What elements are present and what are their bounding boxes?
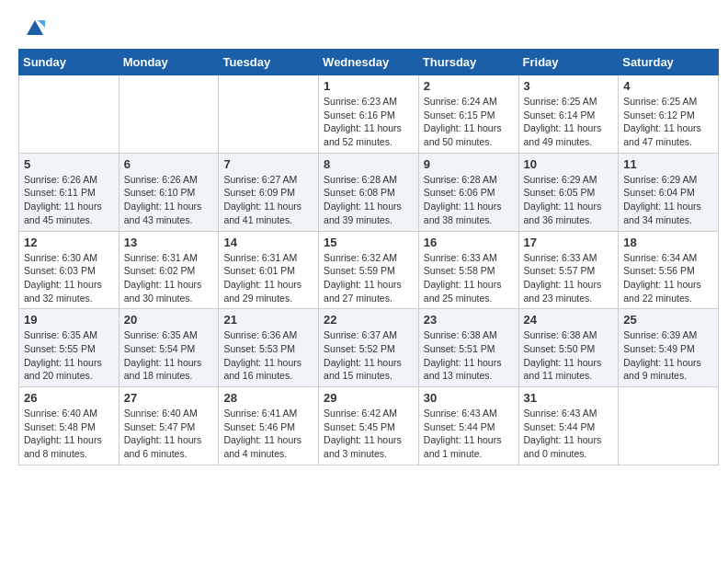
calendar-cell: 14Sunrise: 6:31 AM Sunset: 6:01 PM Dayli… [219,231,319,309]
calendar-cell [119,75,219,154]
day-number: 23 [424,313,514,327]
day-number: 24 [524,313,614,327]
calendar-cell [219,75,319,154]
day-number: 19 [24,313,114,327]
calendar-cell: 21Sunrise: 6:36 AM Sunset: 5:53 PM Dayli… [219,309,319,387]
calendar-week-2: 5Sunrise: 6:26 AM Sunset: 6:11 PM Daylig… [19,153,719,231]
calendar-cell: 19Sunrise: 6:35 AM Sunset: 5:55 PM Dayli… [19,309,119,387]
day-number: 30 [424,391,514,405]
day-number: 1 [324,79,414,93]
page-header [9,9,719,49]
day-info: Sunrise: 6:43 AM Sunset: 5:44 PM Dayligh… [424,407,514,461]
calendar-cell: 9Sunrise: 6:28 AM Sunset: 6:06 PM Daylig… [418,153,518,231]
calendar-cell: 26Sunrise: 6:40 AM Sunset: 5:48 PM Dayli… [19,387,119,465]
day-info: Sunrise: 6:40 AM Sunset: 5:47 PM Dayligh… [124,407,214,461]
day-info: Sunrise: 6:31 AM Sunset: 6:01 PM Dayligh… [223,251,313,305]
calendar-cell: 6Sunrise: 6:26 AM Sunset: 6:10 PM Daylig… [119,153,219,231]
logo [23,18,45,44]
calendar-body: 1Sunrise: 6:23 AM Sunset: 6:16 PM Daylig… [19,75,719,465]
day-info: Sunrise: 6:28 AM Sunset: 6:06 PM Dayligh… [424,173,514,227]
calendar-cell: 22Sunrise: 6:37 AM Sunset: 5:52 PM Dayli… [319,309,419,387]
day-info: Sunrise: 6:35 AM Sunset: 5:55 PM Dayligh… [24,328,114,383]
calendar-cell: 4Sunrise: 6:25 AM Sunset: 6:12 PM Daylig… [619,75,719,154]
day-info: Sunrise: 6:35 AM Sunset: 5:54 PM Dayligh… [124,328,214,383]
day-info: Sunrise: 6:37 AM Sunset: 5:52 PM Dayligh… [324,328,414,383]
day-number: 9 [424,157,514,171]
day-info: Sunrise: 6:30 AM Sunset: 6:03 PM Dayligh… [24,251,114,305]
calendar-week-5: 26Sunrise: 6:40 AM Sunset: 5:48 PM Dayli… [19,387,719,465]
day-info: Sunrise: 6:27 AM Sunset: 6:09 PM Dayligh… [223,173,313,227]
day-info: Sunrise: 6:41 AM Sunset: 5:46 PM Dayligh… [223,407,313,461]
day-info: Sunrise: 6:34 AM Sunset: 5:56 PM Dayligh… [623,251,713,305]
calendar-cell: 30Sunrise: 6:43 AM Sunset: 5:44 PM Dayli… [418,387,518,465]
calendar-cell: 28Sunrise: 6:41 AM Sunset: 5:46 PM Dayli… [219,387,319,465]
weekday-header-saturday: Saturday [619,50,719,75]
day-info: Sunrise: 6:31 AM Sunset: 6:02 PM Dayligh… [124,251,214,305]
calendar-week-3: 12Sunrise: 6:30 AM Sunset: 6:03 PM Dayli… [19,231,719,309]
day-number: 28 [223,391,313,405]
logo-icon [25,18,45,39]
day-info: Sunrise: 6:39 AM Sunset: 5:49 PM Dayligh… [623,328,713,383]
calendar-cell: 5Sunrise: 6:26 AM Sunset: 6:11 PM Daylig… [19,153,119,231]
calendar-cell: 18Sunrise: 6:34 AM Sunset: 5:56 PM Dayli… [619,231,719,309]
calendar-cell: 31Sunrise: 6:43 AM Sunset: 5:44 PM Dayli… [518,387,619,465]
calendar-cell: 27Sunrise: 6:40 AM Sunset: 5:47 PM Dayli… [119,387,219,465]
calendar-cell: 29Sunrise: 6:42 AM Sunset: 5:45 PM Dayli… [319,387,419,465]
day-info: Sunrise: 6:25 AM Sunset: 6:14 PM Dayligh… [524,95,614,149]
day-info: Sunrise: 6:43 AM Sunset: 5:44 PM Dayligh… [524,407,614,461]
calendar-cell: 24Sunrise: 6:38 AM Sunset: 5:50 PM Dayli… [518,309,619,387]
day-number: 7 [223,157,313,171]
day-info: Sunrise: 6:26 AM Sunset: 6:11 PM Dayligh… [24,173,114,227]
day-info: Sunrise: 6:36 AM Sunset: 5:53 PM Dayligh… [223,328,313,383]
weekday-header-friday: Friday [518,50,619,75]
day-number: 31 [524,391,614,405]
calendar-cell: 11Sunrise: 6:29 AM Sunset: 6:04 PM Dayli… [619,153,719,231]
day-number: 16 [424,236,514,249]
day-number: 11 [623,157,713,171]
svg-marker-1 [38,20,45,28]
weekday-header-monday: Monday [119,50,219,75]
day-info: Sunrise: 6:32 AM Sunset: 5:59 PM Dayligh… [324,251,414,305]
day-number: 10 [524,157,614,171]
calendar-cell: 15Sunrise: 6:32 AM Sunset: 5:59 PM Dayli… [319,231,419,309]
calendar-cell: 17Sunrise: 6:33 AM Sunset: 5:57 PM Dayli… [518,231,619,309]
day-number: 17 [524,236,614,249]
calendar-cell: 2Sunrise: 6:24 AM Sunset: 6:15 PM Daylig… [418,75,518,154]
day-info: Sunrise: 6:38 AM Sunset: 5:50 PM Dayligh… [524,328,614,383]
day-number: 25 [623,313,713,327]
day-number: 4 [623,79,713,93]
day-number: 5 [24,157,114,171]
day-number: 15 [324,236,414,249]
calendar-cell: 13Sunrise: 6:31 AM Sunset: 6:02 PM Dayli… [119,231,219,309]
day-info: Sunrise: 6:23 AM Sunset: 6:16 PM Dayligh… [324,95,414,149]
calendar-cell: 10Sunrise: 6:29 AM Sunset: 6:05 PM Dayli… [518,153,619,231]
day-number: 6 [124,157,214,171]
day-number: 14 [223,236,313,249]
calendar-week-4: 19Sunrise: 6:35 AM Sunset: 5:55 PM Dayli… [19,309,719,387]
day-number: 21 [223,313,313,327]
weekday-header-row: SundayMondayTuesdayWednesdayThursdayFrid… [19,50,719,75]
weekday-header-wednesday: Wednesday [319,50,419,75]
day-number: 29 [324,391,414,405]
day-number: 8 [324,157,414,171]
day-number: 26 [24,391,114,405]
day-info: Sunrise: 6:26 AM Sunset: 6:10 PM Dayligh… [124,173,214,227]
weekday-header-thursday: Thursday [418,50,518,75]
calendar-cell: 8Sunrise: 6:28 AM Sunset: 6:08 PM Daylig… [319,153,419,231]
calendar-cell: 12Sunrise: 6:30 AM Sunset: 6:03 PM Dayli… [19,231,119,309]
day-number: 22 [324,313,414,327]
day-number: 20 [124,313,214,327]
weekday-header-sunday: Sunday [19,50,119,75]
day-info: Sunrise: 6:25 AM Sunset: 6:12 PM Dayligh… [623,95,713,149]
calendar-cell: 3Sunrise: 6:25 AM Sunset: 6:14 PM Daylig… [518,75,619,154]
weekday-header-tuesday: Tuesday [219,50,319,75]
calendar-cell [19,75,119,154]
day-info: Sunrise: 6:38 AM Sunset: 5:51 PM Dayligh… [424,328,514,383]
calendar-cell [619,387,719,465]
day-number: 18 [623,236,713,249]
day-number: 13 [124,236,214,249]
day-number: 3 [524,79,614,93]
day-info: Sunrise: 6:24 AM Sunset: 6:15 PM Dayligh… [424,95,514,149]
calendar-cell: 7Sunrise: 6:27 AM Sunset: 6:09 PM Daylig… [219,153,319,231]
calendar-cell: 20Sunrise: 6:35 AM Sunset: 5:54 PM Dayli… [119,309,219,387]
